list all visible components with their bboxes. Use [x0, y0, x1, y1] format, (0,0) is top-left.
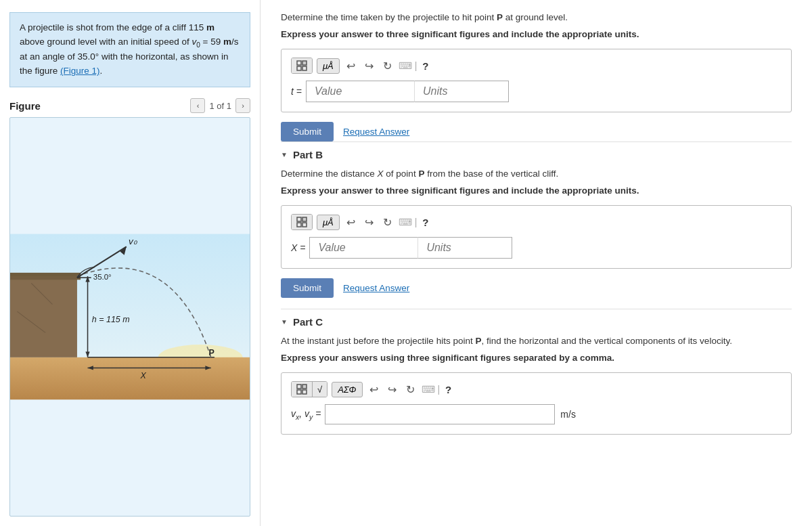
- part-c-instruction: Express your answers using three signifi…: [281, 353, 792, 363]
- part-c-refresh-btn[interactable]: ↻: [403, 382, 418, 397]
- part-b-mu-btn[interactable]: μÅ: [317, 215, 340, 230]
- svg-rect-26: [302, 66, 307, 70]
- part-b-submit-button[interactable]: Submit: [281, 278, 334, 298]
- part-c-label: vx, vy =: [291, 408, 321, 421]
- part-c-title: Part C: [293, 316, 323, 328]
- part-a-units-input[interactable]: [414, 81, 509, 102]
- part-c-help-btn[interactable]: ?: [444, 384, 453, 395]
- part-a-instruction: Express your answer to three significant…: [281, 29, 792, 39]
- part-b-units-input[interactable]: [418, 237, 512, 259]
- part-a-label: t =: [291, 86, 302, 97]
- svg-rect-23: [297, 61, 301, 65]
- part-c-redo-btn[interactable]: ↪: [385, 382, 399, 397]
- part-b-help-btn[interactable]: ?: [421, 217, 430, 228]
- svg-text:v₀: v₀: [129, 236, 137, 246]
- part-a-submit-button[interactable]: Submit: [281, 122, 334, 141]
- part-a-toolbar: μÅ ↩ ↪ ↻ ⌨ | ?: [291, 58, 782, 74]
- figure-nav: ‹ 1 of 1 ›: [190, 98, 250, 113]
- part-b-intro: Determine the distance X of point P from…: [281, 169, 792, 179]
- part-a-mu-btn[interactable]: μÅ: [317, 58, 340, 74]
- svg-rect-31: [297, 385, 301, 389]
- part-c-answer-box: √ ΑΣΦ ↩ ↪ ↻ ⌨ | ? vx, vy = m/s: [281, 372, 792, 435]
- part-c-undo-btn[interactable]: ↩: [367, 382, 381, 397]
- part-a-separator: ⌨ |: [399, 60, 418, 71]
- part-b-value-input[interactable]: [309, 237, 418, 259]
- part-a-format-group: [291, 58, 313, 74]
- part-c-chevron: ▼: [281, 318, 288, 326]
- part-b-content: Determine the distance X of point P from…: [281, 169, 792, 309]
- svg-rect-34: [302, 390, 307, 394]
- svg-rect-30: [302, 223, 307, 227]
- part-b-format-group: [291, 214, 313, 230]
- svg-rect-28: [302, 217, 307, 221]
- part-b-instruction: Express your answer to three significant…: [281, 185, 792, 196]
- part-b-actions: Submit Request Answer: [281, 278, 792, 298]
- part-b-request-button[interactable]: Request Answer: [343, 283, 409, 293]
- part-c-header[interactable]: ▼ Part C: [281, 309, 792, 336]
- svg-text:35.0°: 35.0°: [93, 273, 112, 281]
- part-b-refresh-btn[interactable]: ↻: [380, 215, 394, 230]
- svg-text:P: P: [209, 348, 215, 357]
- part-a-matrix-btn[interactable]: [292, 58, 312, 73]
- part-a-answer-box: μÅ ↩ ↪ ↻ ⌨ | ? t =: [281, 49, 792, 112]
- figure-label: Figure: [9, 100, 41, 112]
- part-b-separator: ⌨ |: [399, 217, 418, 227]
- part-b-chevron: ▼: [281, 151, 288, 158]
- figure-header: Figure ‹ 1 of 1 ›: [0, 95, 260, 117]
- part-c-matrix-btn[interactable]: [292, 382, 313, 397]
- part-b-input-row: X =: [291, 237, 782, 259]
- problem-description: A projectile is shot from the edge of a …: [9, 12, 250, 87]
- figure-page: 1 of 1: [209, 101, 231, 111]
- part-b-label: X =: [291, 242, 305, 253]
- part-c-separator: ⌨ |: [422, 384, 441, 395]
- part-b-title: Part B: [293, 149, 323, 160]
- svg-rect-32: [302, 385, 307, 389]
- svg-rect-2: [10, 357, 250, 399]
- part-c-input-row: vx, vy = m/s: [291, 404, 782, 424]
- part-a-intro: Determine the time taken by the projecti…: [281, 12, 792, 22]
- part-c-velocity-input[interactable]: [325, 404, 555, 424]
- part-c-content: At the instant just before the projectil…: [281, 336, 792, 455]
- part-c-toolbar: √ ΑΣΦ ↩ ↪ ↻ ⌨ | ?: [291, 381, 782, 397]
- part-b-header[interactable]: ▼ Part B: [281, 142, 792, 169]
- part-c-sigma-btn[interactable]: ΑΣΦ: [332, 382, 362, 397]
- svg-rect-29: [297, 223, 301, 227]
- svg-rect-24: [302, 61, 307, 65]
- part-c-intro: At the instant just before the projectil…: [281, 336, 792, 346]
- part-c-section: ▼ Part C At the instant just before the …: [281, 309, 792, 455]
- part-a-input-row: t =: [291, 81, 782, 102]
- figure-next-button[interactable]: ›: [235, 98, 250, 113]
- part-b-section: ▼ Part B Determine the distance X of poi…: [281, 141, 792, 309]
- figure-prev-button[interactable]: ‹: [190, 98, 205, 113]
- svg-text:X: X: [140, 371, 147, 380]
- svg-rect-25: [297, 66, 301, 70]
- right-panel: Determine the time taken by the projecti…: [261, 0, 812, 526]
- part-c-sqrt-btn[interactable]: √: [313, 382, 327, 397]
- part-a-undo-btn[interactable]: ↩: [344, 58, 358, 74]
- part-b-matrix-btn[interactable]: [292, 215, 312, 229]
- part-b-redo-btn[interactable]: ↪: [362, 215, 376, 230]
- part-c-unit-label: m/s: [560, 409, 576, 420]
- part-a-help-btn[interactable]: ?: [421, 60, 430, 72]
- part-c-format-group: √: [291, 381, 328, 397]
- part-b-answer-box: μÅ ↩ ↪ ↻ ⌨ | ? X =: [281, 205, 792, 269]
- figure-svg: h = 115 m X v₀ 35.0° P: [10, 118, 250, 516]
- svg-text:h = 115 m: h = 115 m: [92, 315, 130, 324]
- part-b-undo-btn[interactable]: ↩: [344, 215, 358, 230]
- svg-rect-5: [10, 276, 77, 357]
- left-panel: A projectile is shot from the edge of a …: [0, 0, 261, 526]
- part-a-refresh-btn[interactable]: ↻: [380, 58, 394, 74]
- svg-rect-27: [297, 217, 301, 221]
- part-b-toolbar: μÅ ↩ ↪ ↻ ⌨ | ?: [291, 214, 782, 230]
- figure-link[interactable]: (Figure 1): [60, 66, 100, 76]
- part-a-request-button[interactable]: Request Answer: [343, 127, 409, 137]
- svg-rect-33: [297, 390, 301, 394]
- figure-image: h = 115 m X v₀ 35.0° P: [9, 117, 250, 517]
- part-a-redo-btn[interactable]: ↪: [362, 58, 376, 74]
- part-a-value-input[interactable]: [306, 81, 414, 102]
- part-a-actions: Submit Request Answer: [281, 122, 792, 141]
